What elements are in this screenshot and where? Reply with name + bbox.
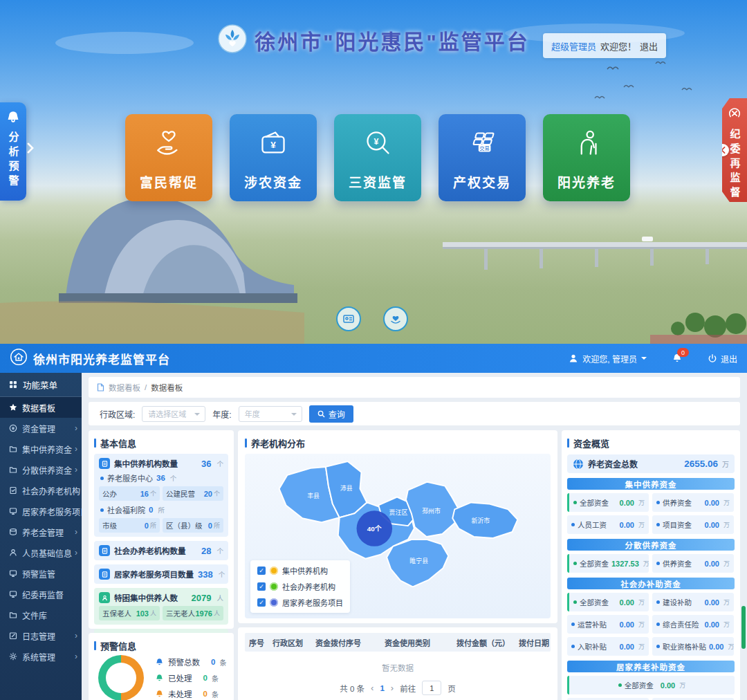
star-icon [9,403,17,412]
grid-icon [9,380,17,389]
bullet-dot [656,562,660,565]
discipline-supervision-tab[interactable]: 纪委再监督 [722,98,747,202]
sidebar-item-pension-mgmt[interactable]: 养老金管理 › [0,522,82,542]
warning-info-title: 预警信息 [94,639,228,652]
page-number[interactable]: 1 [380,684,384,692]
navbar-welcome-label: 欢迎您, 管理员 [582,353,637,365]
sidebar-item-log-mgmt[interactable]: 日志管理 › [0,625,82,646]
sidebar-item-funds-mgmt[interactable]: 资金管理 › [0,418,82,439]
wallet-yuan-icon: ¥ [230,124,317,164]
fund-cell-full: 全部资金 0.00 万 [567,676,735,694]
sidebar-item-warning-supervision[interactable]: 预警监管 [0,563,82,584]
hero-landing: 徐州市"阳光惠民"监管平台 超级管理员 欢迎您！ 退出 分析预警 [0,0,747,344]
hero-user-box: 超级管理员 欢迎您！ 退出 [543,33,666,58]
region-select[interactable]: 请选择区域 [142,406,205,422]
year-select[interactable]: 年度 [239,406,302,422]
prev-page-button[interactable]: ‹ [371,683,374,693]
idcard-icon [342,313,355,325]
warning-total-row: 预警总数 0 条 [155,656,226,667]
tile-shenong-zijin[interactable]: ¥ 涉农资金 [230,114,317,201]
welcome-text: 欢迎您！ [600,39,636,53]
svg-text:¥: ¥ [270,140,276,150]
tile-label: 富民帮促 [125,172,212,191]
section-banner: 社会办补助资金 [567,578,735,589]
hero-logout-button[interactable]: 退出 [640,39,658,53]
central-person-card: 特困集中供养人数 2079 人 五保老人 103 人 三无老人 [94,588,228,625]
col-header-date: 拨付日期 [515,637,551,648]
stat-chip: 公办 16 个 [99,486,160,501]
scrollbar-thumb[interactable] [741,606,746,649]
sidebar-item-dashboard[interactable]: 数据看板 [0,397,82,418]
folder-icon [9,611,17,619]
dashboard-logo-icon [10,348,28,369]
sidebar-item-home-projects[interactable]: 居家养老服务项目 › [0,501,82,522]
tile-label: 产权交易 [439,172,526,191]
xuzhou-map[interactable]: 丰县 沛县 贾汪区 邳州市 新沂市 睢宁县 40个 [245,454,551,618]
region-label[interactable]: 新沂市 [472,517,490,524]
breadcrumb-root[interactable]: 数据看板 [109,382,140,393]
region-label[interactable]: 沛县 [340,484,353,492]
chevron-right-icon[interactable] [27,142,34,156]
checkbox-checked[interactable] [257,598,266,607]
sidebar-item-scatter-funds[interactable]: 分散供养资金 › [0,459,82,480]
sidebar-item-system-mgmt[interactable]: 系统管理 › [0,646,82,667]
expand-arrow-icon: › [75,486,77,495]
party-emblem-icon [728,107,741,123]
care-shortcut-button[interactable] [383,306,408,331]
region-label[interactable]: 邳州市 [422,507,441,515]
user-menu[interactable]: 欢迎您, 管理员 [569,353,647,365]
sidebar-item-personnel-info[interactable]: 人员基础信息 › [0,542,82,563]
home-project-legend-icon [270,598,278,607]
region-label[interactable]: 贾汪区 [389,509,408,516]
sidebar-item-central-funds[interactable]: 集中供养资金 › [0,439,82,459]
idcard-shortcut-button[interactable] [336,306,361,331]
warning-donut-chart [98,655,144,700]
expand-arrow-icon: › [75,423,77,433]
user-role-label: 超级管理员 [551,39,596,53]
fund-cell: 供养资金 0.00 万 [652,493,734,512]
stat-chip: 三无老人 1976 人 [163,606,223,620]
stat-chip: 区（县）级 0 所 [163,518,223,533]
bullet-dot [100,508,104,512]
social-org-legend-icon [270,582,278,591]
page-goto-input[interactable] [422,681,441,695]
globe-icon [573,459,584,470]
tile-sanzi-jianguan[interactable]: ¥ 三资监管 [334,114,421,201]
logout-button[interactable]: 退出 [708,353,737,365]
fund-cell: 全部资金 0.00 万 [567,493,649,512]
funds-table-panel: 序号 行政区划 资金拨付序号 资金使用类别 拨付金额（元） 拨付日期 暂无数据 … [238,627,557,700]
home-project-card: 居家养老服务项目数量 338 个 [94,564,228,584]
region-label[interactable]: 睢宁县 [409,557,428,564]
tile-fumin-bangcu[interactable]: 富民帮促 [125,114,212,201]
tile-chanquan-jiaoyi[interactable]: 交易 产权交易 [439,114,526,201]
checkbox-checked[interactable] [257,567,266,575]
expand-arrow-icon: › [75,506,77,516]
search-button[interactable]: 查询 [309,405,353,423]
legend-row-home: 居家养老服务项目 [257,597,343,608]
alert-bell-icon [155,674,164,682]
bullet-dot [656,523,660,526]
dashboard-title: 徐州市阳光养老监管平台 [33,350,170,367]
col-header-category: 资金使用类别 [380,637,452,648]
expand-arrow-icon: › [75,527,77,537]
analysis-warning-tab[interactable]: 分析预警 [0,102,26,201]
title-accent-bar [94,439,96,448]
section-banner: 居家养老补助资金 [567,661,735,672]
sidebar: 功能菜单 数据看板 资金管理 › 集中供养资金 › 分散供养资 [0,373,82,700]
analysis-warning-label: 分析预警 [6,131,21,190]
bullet-dot [571,523,575,526]
central-org-legend-icon [270,567,278,575]
col-header-index: 序号 [245,637,268,648]
sidebar-item-file-library[interactable]: 文件库 [0,605,82,625]
region-label[interactable]: 丰县 [307,492,320,499]
tile-label: 涉农资金 [230,172,317,191]
bullet-dot [100,477,104,480]
bullet-dot [573,600,577,604]
fund-cell: 人员工资 0.00 万 [567,515,649,534]
checkbox-checked[interactable] [257,582,266,591]
sidebar-item-social-orgs[interactable]: 社会办养老机构 › [0,480,82,501]
notifications-button[interactable]: 0 [672,353,683,364]
next-page-button[interactable]: › [391,683,394,693]
tile-yangguang-yanglao[interactable]: 阳光养老 [543,114,630,201]
sidebar-item-discipline-supervision[interactable]: 纪委再监督 [0,584,82,605]
